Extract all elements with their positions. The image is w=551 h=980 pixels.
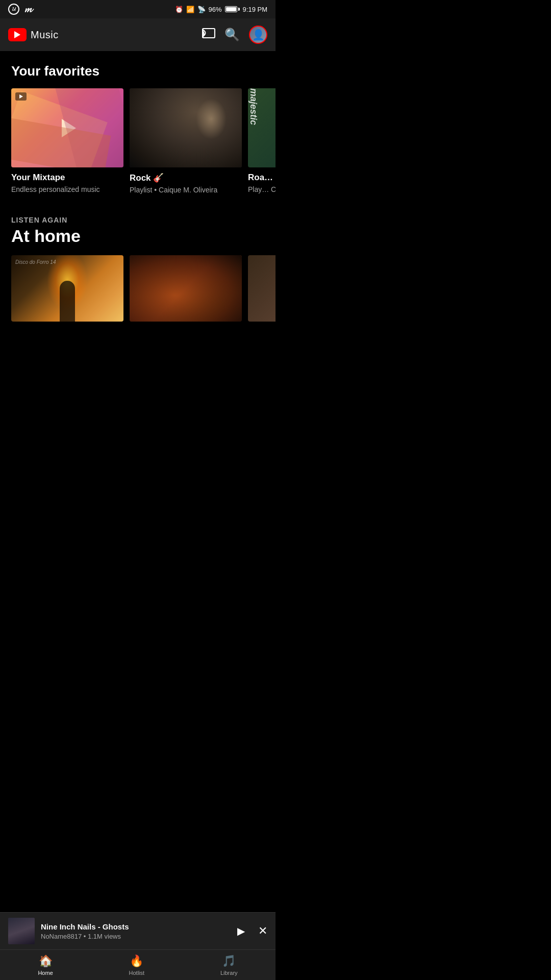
favorites-cards-row: Your Mixtape Endless personalized music …	[0, 88, 276, 195]
concert-thumbnail: Disco do Forro 14	[11, 255, 123, 322]
m-icon: 𝓶	[23, 4, 31, 15]
landscape-card[interactable]	[130, 255, 242, 326]
alarm-icon: ⏰	[175, 6, 183, 13]
app-name: Music	[31, 29, 59, 41]
avatar[interactable]: 👤	[249, 26, 267, 44]
at-home-title: At home	[0, 226, 276, 246]
majestic-label: majestic	[248, 88, 261, 125]
header-icons: 🔍 👤	[202, 26, 267, 44]
app-logo: Music	[8, 28, 59, 41]
favorites-section: Your favorites Your Mixtape Endless pers…	[0, 51, 276, 195]
road-card-name: Roa…	[248, 173, 276, 183]
play-icon	[62, 119, 76, 137]
rock-thumbnail	[130, 88, 242, 167]
listen-again-label: LISTEN AGAIN	[0, 216, 276, 224]
search-button[interactable]: 🔍	[224, 28, 240, 42]
yt-watermark	[15, 92, 27, 101]
road-card[interactable]: majestic Roa… Play… Cas…	[248, 88, 276, 195]
status-left-icons: 𝓤 𝓶	[8, 4, 31, 15]
battery-icon	[225, 6, 240, 12]
concert-card[interactable]: Disco do Forro 14	[11, 255, 123, 326]
favorites-title: Your favorites	[0, 63, 276, 79]
signal-icon: 📡	[197, 6, 206, 13]
u-icon: 𝓤	[8, 4, 19, 15]
main-content: Your favorites Your Mixtape Endless pers…	[0, 51, 276, 326]
listen-again-cards: Disco do Forro 14	[0, 255, 276, 326]
youtube-logo-icon	[8, 28, 27, 41]
app-header: Music 🔍 👤	[0, 18, 276, 51]
mixtape-thumbnail	[11, 88, 123, 167]
cast-button[interactable]	[202, 28, 215, 41]
mixtape-card-sub: Endless personalized music	[11, 185, 123, 195]
battery-percent: 96%	[209, 6, 222, 13]
rock-card[interactable]: Rock 🎸 Playlist • Caique M. Oliveira	[130, 88, 242, 195]
wifi-icon: 📶	[186, 6, 194, 13]
partial-thumbnail	[248, 255, 276, 322]
status-right-info: ⏰ 📶 📡 96% 9:19 PM	[175, 6, 267, 13]
status-bar: 𝓤 𝓶 ⏰ 📶 📡 96% 9:19 PM	[0, 0, 276, 18]
partial-card[interactable]	[248, 255, 276, 326]
listen-again-section: LISTEN AGAIN At home Disco do Forro 14	[0, 195, 276, 326]
road-card-sub: Play… Cas…	[248, 185, 276, 195]
rock-card-name: Rock 🎸	[130, 173, 242, 183]
road-thumbnail: majestic	[248, 88, 276, 167]
time-display: 9:19 PM	[243, 6, 267, 13]
rock-card-sub: Playlist • Caique M. Oliveira	[130, 185, 242, 195]
mixtape-card-name: Your Mixtape	[11, 173, 123, 183]
mixtape-card[interactable]: Your Mixtape Endless personalized music	[11, 88, 123, 195]
landscape-thumbnail	[130, 255, 242, 322]
